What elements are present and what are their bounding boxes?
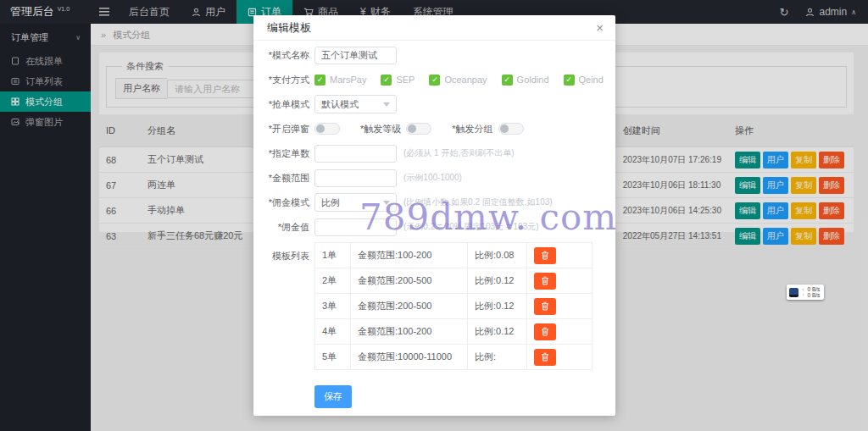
form-row-grab-mode: *抢单模式 默认模式 (253, 95, 615, 113)
trash-icon (541, 251, 549, 260)
order-num-input[interactable] (314, 145, 397, 163)
modal-header: 编辑模板 × (253, 15, 615, 41)
delete-template-button[interactable] (534, 247, 556, 264)
commission-mode-select[interactable]: 比例 (314, 193, 397, 212)
checkbox-sep[interactable]: ✓ SEP (381, 75, 415, 86)
form-row-order-num: *指定单数 (必须从 1 开始,否则刷不出单) (253, 144, 615, 163)
form-row-toggles: *开启弹窗 *触发等级 *触发分组 (253, 119, 615, 138)
commission-value-label: *佣金值 (253, 221, 309, 234)
mode-name-input[interactable] (314, 47, 397, 64)
form-row-mode-name: *模式名称 (253, 46, 615, 64)
checkbox-goldind[interactable]: ✓ Goldind (502, 75, 549, 86)
checkbox-checked-icon: ✓ (429, 75, 440, 86)
template-row: 5单 金额范围:10000-11000 比例: (315, 345, 593, 370)
delete-template-button[interactable] (534, 349, 556, 366)
template-list-label: 模板列表 (253, 242, 309, 370)
chevron-down-icon (383, 201, 390, 205)
network-speed-widget: ↑ ↓ 0 B/s 0 B/s (787, 285, 824, 300)
order-num-label: *指定单数 (253, 147, 309, 160)
commission-value-hint: (示例0.2 = 20% 固定103元 = 103元) (403, 221, 539, 233)
trash-icon (541, 352, 549, 362)
close-icon[interactable]: × (596, 21, 604, 34)
amount-range-input[interactable] (314, 169, 397, 187)
checkbox-checked-icon: ✓ (502, 75, 513, 86)
mode-name-label: *模式名称 (253, 49, 309, 62)
delete-template-button[interactable] (534, 273, 556, 290)
download-speed: 0 B/s (808, 292, 821, 298)
commission-mode-hint: (比例填小数,如果0.2 固定值整数,如103) (403, 196, 553, 208)
checkbox-checked-icon: ✓ (564, 75, 575, 86)
save-button[interactable]: 保存 (314, 385, 352, 408)
template-row: 2单 金额范围:200-500 比例:0.12 (315, 268, 593, 294)
trash-icon (541, 301, 549, 311)
checkbox-marspay[interactable]: ✓ MarsPay (314, 75, 366, 86)
amount-range-hint: (示例100-1000) (403, 172, 462, 184)
popup-toggle[interactable] (314, 123, 340, 135)
checkbox-qeind[interactable]: ✓ Qeind (564, 75, 604, 86)
trash-icon (541, 276, 549, 285)
chevron-down-icon (383, 102, 390, 107)
checkbox-checked-icon: ✓ (381, 75, 392, 86)
popup-toggle-label: *开启弹窗 (253, 123, 309, 135)
grab-mode-label: *抢单模式 (253, 98, 309, 111)
modal-body: *模式名称 *支付方式 ✓ MarsPay ✓ SEP ✓ Oceanpay (253, 41, 615, 408)
form-row-pay-method: *支付方式 ✓ MarsPay ✓ SEP ✓ Oceanpay ✓ Goldi… (253, 70, 615, 89)
template-row: 3单 金额范围:200-500 比例:0.12 (315, 294, 593, 319)
trigger-level-toggle[interactable] (406, 123, 431, 135)
trash-icon (541, 327, 549, 336)
form-row-commission-value: *佣金值 (示例0.2 = 20% 固定103元 = 103元) (253, 218, 615, 236)
trigger-level-label: *触发等级 (360, 123, 401, 135)
template-table: 1单 金额范围:100-200 比例:0.08 2单 金额范围:200-500 … (314, 242, 593, 370)
template-row: 4单 金额范围:100-200 比例:0.12 (315, 319, 593, 345)
checkbox-oceanpay[interactable]: ✓ Oceanpay (429, 75, 487, 86)
delete-template-button[interactable] (534, 323, 556, 340)
trigger-group-label: *触发分组 (452, 123, 492, 135)
order-num-hint: (必须从 1 开始,否则刷不出单) (403, 147, 515, 159)
amount-range-label: *金额范围 (253, 172, 309, 185)
delete-template-button[interactable] (534, 298, 556, 315)
template-row: 1单 金额范围:100-200 比例:0.08 (315, 243, 593, 268)
template-list-section: 模板列表 1单 金额范围:100-200 比例:0.08 2单 金额范围:200… (253, 242, 615, 370)
checkbox-checked-icon: ✓ (314, 75, 326, 86)
pay-method-label: *支付方式 (253, 74, 309, 86)
commission-mode-label: *佣金模式 (253, 196, 309, 209)
edit-template-modal: 编辑模板 × *模式名称 *支付方式 ✓ MarsPay ✓ SEP ✓ Oce… (253, 15, 615, 416)
trigger-group-toggle[interactable] (498, 123, 524, 135)
commission-value-input[interactable] (314, 218, 397, 236)
form-row-commission-mode: *佣金模式 比例 (比例填小数,如果0.2 固定值整数,如103) (253, 193, 615, 212)
upload-speed: 0 B/s (808, 286, 821, 292)
download-manager-icon (789, 288, 798, 297)
updown-arrows-icon: ↑ ↓ (802, 288, 804, 296)
pay-method-group: ✓ MarsPay ✓ SEP ✓ Oceanpay ✓ Goldind ✓ (314, 75, 604, 86)
form-row-amount-range: *金额范围 (示例100-1000) (253, 169, 615, 187)
modal-title: 编辑模板 (267, 20, 311, 36)
grab-mode-select[interactable]: 默认模式 (314, 95, 397, 113)
